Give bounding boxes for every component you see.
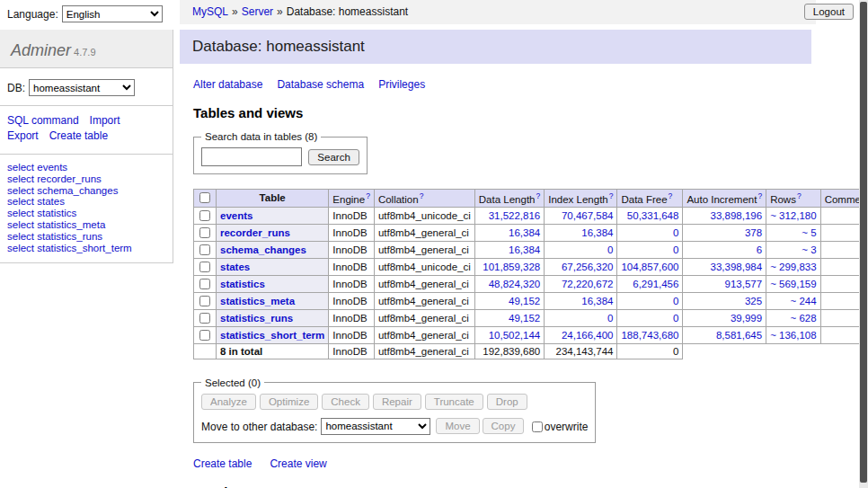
sidebar-link-create-table[interactable]: Create table: [49, 129, 108, 142]
logout-button[interactable]: Logout: [804, 4, 854, 20]
auto-increment-link[interactable]: 6: [757, 244, 762, 255]
auto-increment-link[interactable]: 913,577: [725, 279, 763, 289]
table-name-link-events[interactable]: events: [220, 210, 252, 221]
rows-estimate-link[interactable]: ~ 5: [802, 227, 816, 238]
data-length-link[interactable]: 48,824,320: [489, 279, 541, 289]
index-length-link[interactable]: 16,384: [581, 296, 613, 306]
overwrite-checkbox[interactable]: [532, 421, 543, 432]
rows-estimate-link[interactable]: ~ 628: [791, 313, 817, 324]
index-length-link[interactable]: 16,384: [581, 227, 613, 238]
copy-button[interactable]: Copy: [483, 418, 525, 434]
analyze-button[interactable]: Analyze: [201, 394, 256, 410]
sidebar-table-link-select-states[interactable]: select states: [7, 196, 65, 207]
search-input[interactable]: [201, 147, 302, 166]
data-length-link[interactable]: 16,384: [509, 227, 540, 238]
check-button[interactable]: Check: [322, 394, 369, 410]
help-link[interactable]: ?: [669, 191, 673, 200]
data-free-link[interactable]: 188,743,680: [621, 330, 678, 341]
auto-increment-link[interactable]: 39,999: [731, 313, 762, 324]
sidebar-table-link-select-statistics-runs[interactable]: select statistics_runs: [7, 231, 102, 242]
index-length-link[interactable]: 67,256,320: [562, 262, 614, 272]
data-length-link[interactable]: 31,522,816: [489, 210, 541, 221]
auto-increment-link[interactable]: 33,898,196: [711, 210, 763, 221]
scrollbar[interactable]: [859, 0, 868, 488]
table-name-link-schema-changes[interactable]: schema_changes: [220, 244, 306, 255]
row-checkbox[interactable]: [199, 313, 210, 324]
search-button[interactable]: Search: [308, 149, 359, 165]
action-link-privileges[interactable]: Privileges: [378, 78, 425, 91]
rows-estimate-link[interactable]: ~ 244: [791, 296, 817, 306]
breadcrumb-server-link[interactable]: Server: [242, 5, 273, 18]
help-link[interactable]: ?: [757, 191, 762, 200]
sidebar-link-import[interactable]: Import: [90, 114, 120, 127]
data-free-link[interactable]: 104,857,600: [621, 262, 678, 272]
auto-increment-link[interactable]: 325: [745, 296, 762, 306]
repair-button[interactable]: Repair: [373, 394, 421, 410]
sidebar-table-link-select-recorder-runs[interactable]: select recorder_runs: [7, 173, 102, 184]
row-checkbox[interactable]: [199, 296, 210, 306]
auto-increment-link[interactable]: 33,398,984: [711, 262, 763, 272]
breadcrumb-mysql-link[interactable]: MySQL: [192, 5, 228, 18]
rows-estimate-link[interactable]: ~ 569,159: [770, 279, 816, 289]
sidebar-link-export[interactable]: Export: [7, 129, 39, 142]
help-link[interactable]: ?: [536, 191, 540, 200]
action-link-database-schema[interactable]: Database schema: [277, 78, 364, 91]
data-free-link[interactable]: 0: [673, 244, 678, 255]
row-checkbox[interactable]: [199, 244, 210, 255]
sidebar-table-link-select-events[interactable]: select events: [7, 162, 67, 173]
sidebar-table-link-select-schema-changes[interactable]: select schema_changes: [7, 185, 118, 196]
truncate-button[interactable]: Truncate: [425, 394, 483, 410]
data-free-link[interactable]: 6,291,456: [633, 279, 678, 289]
auto-increment-link[interactable]: 378: [745, 227, 762, 238]
row-checkbox[interactable]: [199, 227, 210, 238]
table-name-link-statistics-runs[interactable]: statistics_runs: [220, 313, 293, 324]
rows-estimate-link[interactable]: ~ 299,833: [770, 262, 816, 272]
help-link[interactable]: ?: [366, 191, 370, 200]
action-link-alter-database[interactable]: Alter database: [193, 78, 262, 91]
help-link[interactable]: ?: [609, 191, 614, 200]
table-name-link-statistics-meta[interactable]: statistics_meta: [220, 296, 295, 306]
index-length-link[interactable]: 70,467,584: [562, 210, 614, 221]
scrollbar-thumb[interactable]: [860, 2, 867, 483]
auto-increment-link[interactable]: 8,581,645: [716, 330, 762, 341]
sidebar-table-link-select-statistics-meta[interactable]: select statistics_meta: [7, 219, 105, 230]
move-button[interactable]: Move: [436, 418, 479, 434]
sidebar-table-link-select-statistics-short-term[interactable]: select statistics_short_term: [7, 243, 132, 253]
help-link[interactable]: ?: [420, 191, 424, 200]
row-checkbox[interactable]: [199, 210, 210, 221]
index-length-link[interactable]: 0: [607, 313, 613, 324]
drop-button[interactable]: Drop: [487, 394, 527, 410]
sidebar-table-link-select-statistics[interactable]: select statistics: [7, 208, 76, 218]
language-select[interactable]: English: [62, 5, 163, 22]
help-link[interactable]: ?: [797, 191, 802, 200]
create-link-create-table[interactable]: Create table: [193, 457, 252, 470]
index-length-link[interactable]: 72,220,672: [562, 279, 614, 289]
data-free-link[interactable]: 0: [673, 227, 678, 238]
row-checkbox[interactable]: [199, 279, 210, 289]
data-length-link[interactable]: 10,502,144: [489, 330, 541, 341]
rows-estimate-link[interactable]: ~ 136,108: [770, 330, 816, 341]
optimize-button[interactable]: Optimize: [260, 394, 318, 410]
data-length-link[interactable]: 16,384: [509, 244, 540, 255]
row-checkbox[interactable]: [199, 262, 210, 272]
data-length-link[interactable]: 101,859,328: [483, 262, 540, 272]
data-length-link[interactable]: 49,152: [509, 296, 540, 306]
index-length-link[interactable]: 24,166,400: [562, 330, 614, 341]
table-name-link-recorder-runs[interactable]: recorder_runs: [220, 227, 290, 238]
data-length-link[interactable]: 49,152: [509, 313, 540, 324]
create-link-create-view[interactable]: Create view: [270, 457, 326, 470]
table-name-link-states[interactable]: states: [220, 262, 250, 272]
table-name-link-statistics-short-term[interactable]: statistics_short_term: [220, 330, 324, 341]
rows-estimate-link[interactable]: ~ 312,180: [770, 210, 816, 221]
db-select[interactable]: homeassistant: [29, 79, 135, 96]
data-free-link[interactable]: 0: [673, 296, 678, 306]
select-all-checkbox[interactable]: [199, 192, 210, 203]
row-checkbox[interactable]: [199, 330, 210, 341]
overwrite-label[interactable]: overwrite: [545, 420, 589, 432]
sidebar-link-sql-command[interactable]: SQL command: [7, 114, 79, 127]
data-free-link[interactable]: 0: [673, 313, 678, 324]
rows-estimate-link[interactable]: ~ 3: [802, 244, 816, 255]
move-db-select[interactable]: homeassistant: [321, 418, 430, 435]
data-free-link[interactable]: 50,331,648: [627, 210, 679, 221]
index-length-link[interactable]: 0: [607, 244, 613, 255]
